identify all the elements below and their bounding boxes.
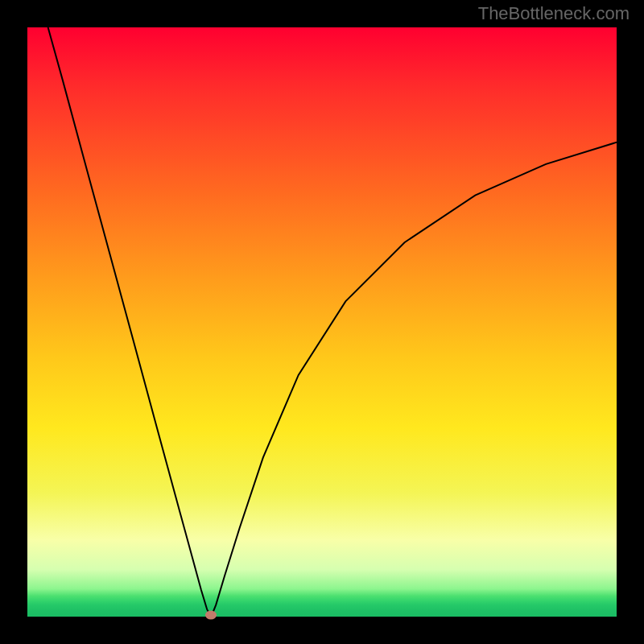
bottleneck-curve-right — [211, 142, 617, 617]
watermark-text: TheBottleneck.com — [478, 3, 630, 24]
curve-svg — [27, 27, 617, 617]
chart-plot-area — [27, 27, 617, 617]
bottleneck-curve-left — [48, 27, 212, 617]
optimal-point-marker — [205, 610, 217, 619]
